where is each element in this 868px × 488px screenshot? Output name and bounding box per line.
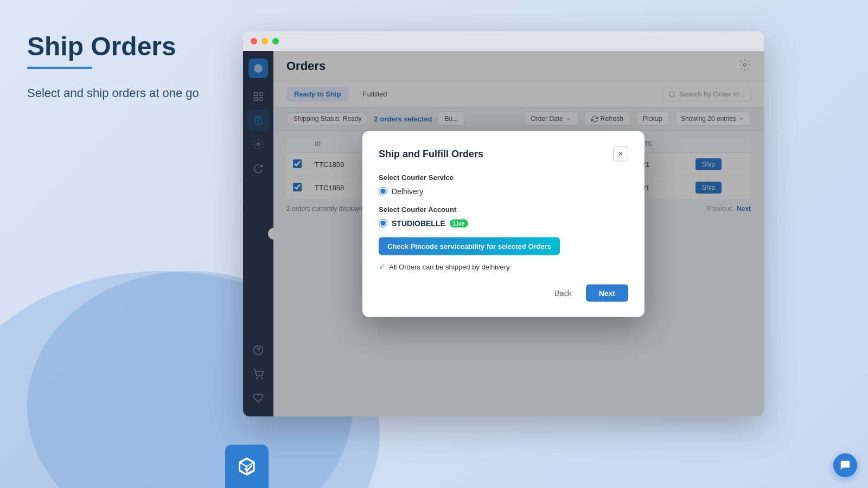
courier-delhivery-option[interactable]: Delhivery	[379, 187, 628, 196]
page-subtitle: Select and ship orders at one go	[27, 85, 212, 102]
title-underline	[27, 67, 92, 69]
minimize-button[interactable]	[261, 38, 268, 44]
close-button[interactable]	[251, 38, 257, 44]
account-name: STUDIOBELLE	[392, 219, 445, 228]
back-btn[interactable]: Back	[546, 285, 580, 302]
live-badge: Live	[450, 219, 468, 227]
modal-footer: Back Next	[379, 285, 628, 302]
bottom-icon-box	[225, 445, 269, 488]
ship-fulfill-modal: Ship and Fulfill Orders × Select Courier…	[362, 131, 644, 317]
box-with-arrow-icon	[235, 454, 259, 478]
modal-close-btn[interactable]: ×	[613, 146, 628, 162]
account-radio[interactable]	[379, 219, 387, 228]
courier-service-label: Select Courier Service	[379, 174, 628, 182]
next-btn[interactable]: Next	[586, 285, 628, 302]
maximize-button[interactable]	[272, 38, 279, 44]
modal-header: Ship and Fulfill Orders ×	[379, 146, 628, 162]
title-bar	[243, 31, 764, 51]
modal-title: Ship and Fulfill Orders	[379, 148, 483, 159]
chat-bubble[interactable]	[833, 453, 857, 477]
check-pincode-btn[interactable]: Check Pincode serviceability for selecte…	[379, 237, 560, 255]
courier-delhivery-label: Delhivery	[392, 187, 423, 196]
account-option: STUDIOBELLE Live	[379, 219, 628, 228]
serviceability-status: ✓ All Orders can be shipped by delhivery	[379, 262, 628, 272]
app-window: › Orders	[243, 31, 764, 416]
checkmark-icon: ✓	[379, 262, 386, 272]
chat-icon	[839, 459, 851, 471]
left-panel: Ship Orders Select and ship orders at on…	[0, 0, 239, 488]
courier-account-label: Select Courier Account	[379, 206, 628, 214]
serviceability-text: All Orders can be shipped by delhivery	[389, 262, 510, 271]
courier-account-section: Select Courier Account STUDIOBELLE Live	[379, 206, 628, 228]
page-title: Ship Orders	[27, 33, 212, 61]
courier-delhivery-radio[interactable]	[379, 187, 387, 196]
